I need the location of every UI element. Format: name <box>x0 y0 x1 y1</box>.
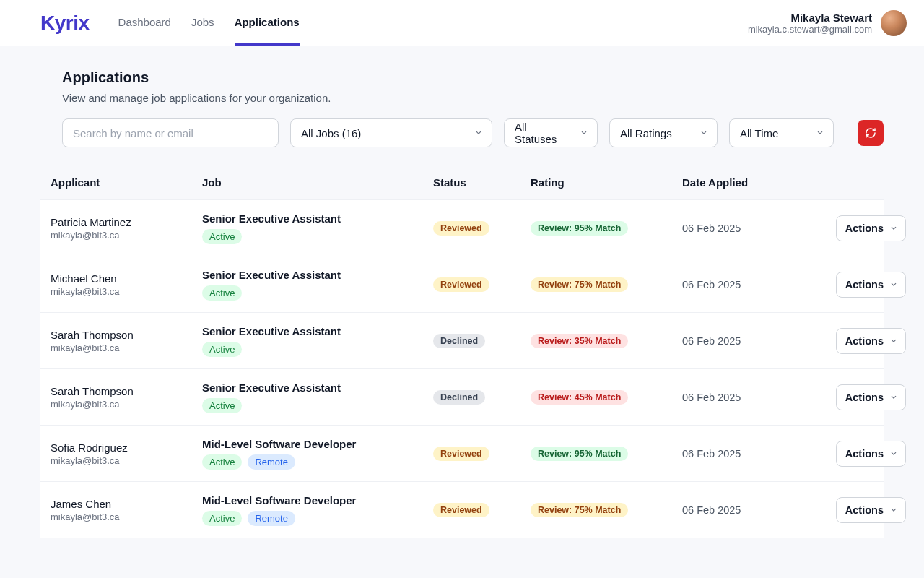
status-badge: Declined <box>433 334 485 348</box>
filter-rating-label: All Ratings <box>620 127 672 139</box>
applicant-email: mikayla@bit3.ca <box>51 342 202 353</box>
applicant-name: Sarah Thompson <box>51 329 202 341</box>
applicant-email: mikayla@bit3.ca <box>51 512 202 522</box>
chevron-down-icon <box>889 393 898 402</box>
status-badge: Reviewed <box>433 277 489 292</box>
actions-button[interactable]: Actions <box>836 272 906 298</box>
date-applied: 06 Feb 2025 <box>682 392 834 403</box>
table-row: Patricia Martinezmikayla@bit3.caSenior E… <box>40 199 884 256</box>
rating-badge: Review: 75% Match <box>531 277 628 292</box>
table-row: Sofia Rodriguezmikayla@bit3.caMid-Level … <box>40 425 884 481</box>
chevron-down-icon <box>699 129 708 137</box>
job-tag-active: Active <box>202 511 242 526</box>
col-status: Status <box>433 176 531 189</box>
filter-job[interactable]: All Jobs (16) <box>290 118 492 147</box>
actions-button[interactable]: Actions <box>836 497 906 523</box>
date-applied: 06 Feb 2025 <box>682 223 834 234</box>
chevron-down-icon <box>816 129 824 137</box>
table-header: Applicant Job Status Rating Date Applied <box>40 165 884 199</box>
actions-button[interactable]: Actions <box>836 441 906 467</box>
job-title: Mid-Level Software Developer <box>202 438 433 450</box>
job-tags: Active <box>202 285 433 301</box>
job-tag-active: Active <box>202 454 242 470</box>
actions-label: Actions <box>845 504 884 516</box>
search-input[interactable] <box>62 118 279 147</box>
filter-rating[interactable]: All Ratings <box>609 118 718 147</box>
page-subtitle: View and manage job applications for you… <box>40 92 884 104</box>
chevron-down-icon <box>580 129 588 137</box>
col-job: Job <box>202 176 433 189</box>
status-badge: Reviewed <box>433 503 489 517</box>
filter-bar: All Jobs (16) All Statuses All Ratings A… <box>40 118 884 147</box>
rating-badge: Review: 35% Match <box>531 334 628 348</box>
col-rating: Rating <box>531 176 682 189</box>
applicant-email: mikayla@bit3.ca <box>51 286 202 297</box>
applicant-name: Patricia Martinez <box>51 216 202 228</box>
table-row: Sarah Thompsonmikayla@bit3.caSenior Exec… <box>40 368 884 425</box>
applicant-name: Sarah Thompson <box>51 385 202 397</box>
rating-badge: Review: 45% Match <box>531 390 628 405</box>
date-applied: 06 Feb 2025 <box>682 448 834 460</box>
rating-badge: Review: 75% Match <box>531 503 628 517</box>
job-tag-active: Active <box>202 285 242 301</box>
actions-button[interactable]: Actions <box>836 384 906 410</box>
job-tags: Active <box>202 342 433 357</box>
chevron-down-icon <box>889 280 898 289</box>
filter-status[interactable]: All Statuses <box>504 118 598 147</box>
avatar[interactable] <box>881 10 907 36</box>
filter-time-label: All Time <box>740 127 778 139</box>
filter-status-label: All Statuses <box>515 121 571 145</box>
status-badge: Reviewed <box>433 447 489 461</box>
job-title: Mid-Level Software Developer <box>202 494 433 506</box>
user-name: Mikayla Stewart <box>748 12 872 24</box>
page-title: Applications <box>40 69 884 86</box>
col-date: Date Applied <box>682 176 834 189</box>
actions-label: Actions <box>845 335 884 347</box>
filter-time[interactable]: All Time <box>729 118 834 147</box>
actions-label: Actions <box>845 448 884 460</box>
date-applied: 06 Feb 2025 <box>682 335 834 347</box>
actions-label: Actions <box>845 392 884 403</box>
filter-job-label: All Jobs (16) <box>301 127 361 139</box>
chevron-down-icon <box>474 129 483 137</box>
applicant-name: Sofia Rodriguez <box>51 441 202 454</box>
applicant-name: Michael Chen <box>51 272 202 285</box>
job-title: Senior Executive Assistant <box>202 269 433 281</box>
job-tag-remote: Remote <box>248 511 295 526</box>
nav-item-applications[interactable]: Applications <box>235 0 300 46</box>
actions-label: Actions <box>845 279 884 290</box>
job-tags: Active <box>202 398 433 413</box>
status-badge: Reviewed <box>433 221 489 236</box>
job-title: Senior Executive Assistant <box>202 381 433 394</box>
job-tag-active: Active <box>202 398 242 413</box>
chevron-down-icon <box>889 506 898 514</box>
rating-badge: Review: 95% Match <box>531 221 628 236</box>
user-menu[interactable]: Mikayla Stewart mikayla.c.stewart@gmail.… <box>748 10 907 36</box>
chevron-down-icon <box>889 224 898 233</box>
top-nav: Kyrix DashboardJobsApplications Mikayla … <box>0 0 924 46</box>
actions-button[interactable]: Actions <box>836 215 906 241</box>
chevron-down-icon <box>889 449 898 458</box>
actions-button[interactable]: Actions <box>836 328 906 354</box>
table-row: Michael Chenmikayla@bit3.caSenior Execut… <box>40 256 884 312</box>
nav-items: DashboardJobsApplications <box>118 0 300 46</box>
rating-badge: Review: 95% Match <box>531 447 628 461</box>
job-tags: ActiveRemote <box>202 511 433 526</box>
col-applicant: Applicant <box>51 176 202 189</box>
job-tag-active: Active <box>202 342 242 357</box>
job-title: Senior Executive Assistant <box>202 325 433 337</box>
applications-table: Applicant Job Status Rating Date Applied… <box>40 165 884 538</box>
job-tag-active: Active <box>202 229 242 244</box>
table-row: James Chenmikayla@bit3.caMid-Level Softw… <box>40 481 884 538</box>
nav-item-dashboard[interactable]: Dashboard <box>118 0 171 46</box>
refresh-button[interactable] <box>858 120 884 146</box>
table-row: Sarah Thompsonmikayla@bit3.caSenior Exec… <box>40 312 884 368</box>
status-badge: Declined <box>433 390 485 405</box>
nav-item-jobs[interactable]: Jobs <box>191 0 214 46</box>
job-tags: ActiveRemote <box>202 454 433 470</box>
date-applied: 06 Feb 2025 <box>682 504 834 516</box>
brand-logo: Kyrix <box>40 12 90 35</box>
refresh-icon <box>865 127 876 139</box>
applicant-email: mikayla@bit3.ca <box>51 230 202 241</box>
job-title: Senior Executive Assistant <box>202 212 433 225</box>
